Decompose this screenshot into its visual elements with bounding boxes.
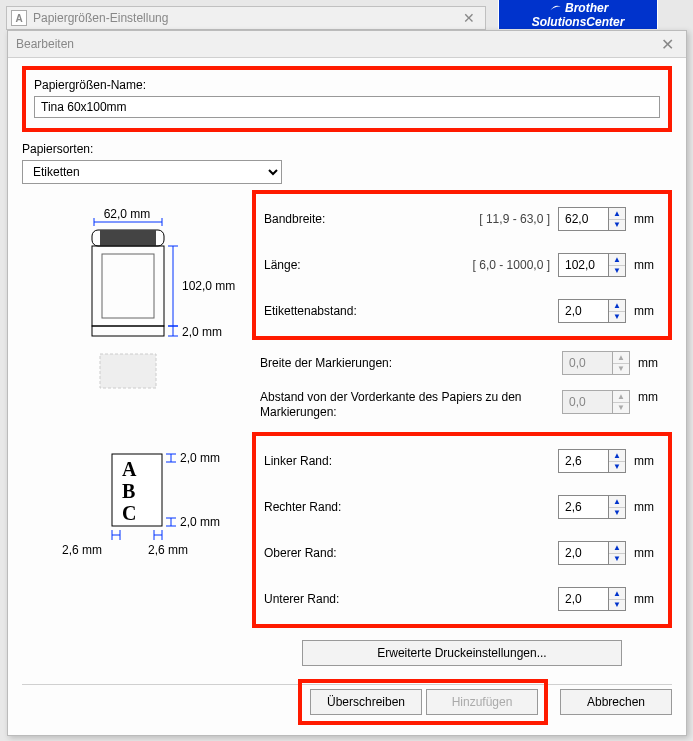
mark-width-spinner: ▲▼ — [562, 351, 630, 375]
down-icon: ▼ — [613, 364, 629, 375]
unit-label: mm — [634, 592, 660, 606]
name-section-highlight: Papiergrößen-Name: — [22, 66, 672, 132]
mark-width-label: Breite der Markierungen: — [260, 356, 562, 370]
top-margin-spinner[interactable]: ▲▼ — [558, 541, 626, 565]
down-icon[interactable]: ▼ — [609, 220, 625, 231]
paper-types-select[interactable]: Etiketten — [22, 160, 282, 184]
margins-preview-diagram: A B C 2,0 mm 2,0 mm — [22, 434, 252, 574]
left-margin-row: Linker Rand: ▲▼ mm — [256, 438, 668, 484]
svg-rect-7 — [102, 254, 154, 318]
length-input[interactable] — [558, 253, 608, 277]
down-icon[interactable]: ▼ — [609, 266, 625, 277]
cancel-button[interactable]: Abbrechen — [560, 689, 672, 715]
right-margin-input[interactable] — [558, 495, 608, 519]
right-margin-label: Rechter Rand: — [264, 500, 558, 514]
add-button: Hinzufügen — [426, 689, 538, 715]
svg-text:B: B — [122, 480, 135, 502]
advanced-settings-button[interactable]: Erweiterte Druckeinstellungen... — [302, 640, 622, 666]
label-gap-label: Etikettenabstand: — [264, 304, 558, 318]
right-margin-spinner[interactable]: ▲▼ — [558, 495, 626, 519]
unit-label: mm — [634, 546, 660, 560]
down-icon[interactable]: ▼ — [609, 554, 625, 565]
parent-window-titlebar: A Papiergrößen-Einstellung ✕ — [6, 6, 486, 30]
tape-width-range: [ 11,9 - 63,0 ] — [479, 212, 550, 226]
up-icon[interactable]: ▲ — [609, 542, 625, 554]
label-gap-row: Etikettenabstand: ▲▼ mm — [256, 288, 668, 334]
down-icon[interactable]: ▼ — [609, 312, 625, 323]
svg-rect-18 — [112, 454, 162, 526]
svg-text:C: C — [122, 502, 136, 524]
svg-rect-17 — [100, 354, 156, 388]
length-spinner[interactable]: ▲▼ — [558, 253, 626, 277]
edit-dialog: Bearbeiten ✕ Papiergrößen-Name: Papierso… — [7, 30, 687, 736]
tape-width-row: Bandbreite: [ 11,9 - 63,0 ] ▲▼ mm — [256, 196, 668, 242]
mark-dist-label: Abstand von der Vorderkante des Papiers … — [260, 390, 562, 420]
app-icon: A — [11, 10, 27, 26]
unit-label: mm — [634, 454, 660, 468]
svg-text:2,0 mm: 2,0 mm — [180, 451, 220, 465]
mark-width-input — [562, 351, 612, 375]
tape-width-spinner[interactable]: ▲▼ — [558, 207, 626, 231]
up-icon: ▲ — [613, 352, 629, 364]
unit-label: mm — [634, 212, 660, 226]
top-margin-label: Oberer Rand: — [264, 546, 558, 560]
top-margin-input[interactable] — [558, 541, 608, 565]
mark-width-row: Breite der Markierungen: ▲▼ mm — [252, 340, 672, 386]
brother-solutions-badge[interactable]: Brother SolutionsCenter — [498, 0, 658, 29]
left-margin-spinner[interactable]: ▲▼ — [558, 449, 626, 473]
up-icon[interactable]: ▲ — [609, 588, 625, 600]
down-icon: ▼ — [613, 403, 629, 414]
bottom-margin-spinner[interactable]: ▲▼ — [558, 587, 626, 611]
unit-label: mm — [634, 500, 660, 514]
svg-text:62,0 mm: 62,0 mm — [104, 207, 151, 221]
dialog-titlebar: Bearbeiten ✕ — [8, 31, 686, 58]
unit-label: mm — [638, 356, 664, 370]
parent-window-title: Papiergrößen-Einstellung — [33, 11, 168, 25]
svg-rect-6 — [92, 246, 164, 326]
name-label: Papiergrößen-Name: — [34, 78, 660, 92]
length-range: [ 6,0 - 1000,0 ] — [473, 258, 550, 272]
mark-dist-spinner: ▲▼ — [562, 390, 630, 414]
top-margin-row: Oberer Rand: ▲▼ mm — [256, 530, 668, 576]
preview-column: 62,0 mm 102,0 mm — [22, 190, 252, 666]
label-gap-spinner[interactable]: ▲▼ — [558, 299, 626, 323]
brother-line2: SolutionsCenter — [532, 15, 625, 29]
up-icon[interactable]: ▲ — [609, 300, 625, 312]
paper-types-label: Papiersorten: — [22, 142, 672, 156]
tape-width-input[interactable] — [558, 207, 608, 231]
bottom-margin-label: Unterer Rand: — [264, 592, 558, 606]
name-input[interactable] — [34, 96, 660, 118]
svg-rect-8 — [92, 326, 164, 336]
left-margin-input[interactable] — [558, 449, 608, 473]
up-icon[interactable]: ▲ — [609, 208, 625, 220]
svg-rect-5 — [100, 230, 156, 246]
up-icon[interactable]: ▲ — [609, 450, 625, 462]
tape-width-label: Bandbreite: — [264, 212, 479, 226]
mark-dist-input — [562, 390, 612, 414]
up-icon: ▲ — [613, 391, 629, 403]
parent-window-close-icon[interactable]: ✕ — [457, 10, 481, 26]
length-row: Länge: [ 6,0 - 1000,0 ] ▲▼ mm — [256, 242, 668, 288]
label-gap-input[interactable] — [558, 299, 608, 323]
svg-text:A: A — [122, 458, 137, 480]
dialog-title: Bearbeiten — [16, 37, 74, 51]
overwrite-button[interactable]: Überschreiben — [310, 689, 422, 715]
up-icon[interactable]: ▲ — [609, 496, 625, 508]
unit-label: mm — [634, 304, 660, 318]
down-icon[interactable]: ▼ — [609, 508, 625, 519]
fields-column: Bandbreite: [ 11,9 - 63,0 ] ▲▼ mm Länge:… — [252, 190, 672, 666]
bottom-margin-row: Unterer Rand: ▲▼ mm — [256, 576, 668, 622]
bottom-margin-input[interactable] — [558, 587, 608, 611]
length-label: Länge: — [264, 258, 473, 272]
svg-text:102,0 mm: 102,0 mm — [182, 279, 235, 293]
action-buttons-highlight: Überschreiben Hinzufügen — [298, 679, 548, 725]
dialog-close-icon[interactable]: ✕ — [657, 35, 678, 54]
dimensions-highlight: Bandbreite: [ 11,9 - 63,0 ] ▲▼ mm Länge:… — [252, 190, 672, 340]
left-margin-label: Linker Rand: — [264, 454, 558, 468]
brother-swoosh-icon — [548, 1, 562, 15]
down-icon[interactable]: ▼ — [609, 462, 625, 473]
mark-dist-row: Abstand von der Vorderkante des Papiers … — [252, 386, 672, 432]
up-icon[interactable]: ▲ — [609, 254, 625, 266]
down-icon[interactable]: ▼ — [609, 600, 625, 611]
unit-label: mm — [638, 390, 664, 404]
